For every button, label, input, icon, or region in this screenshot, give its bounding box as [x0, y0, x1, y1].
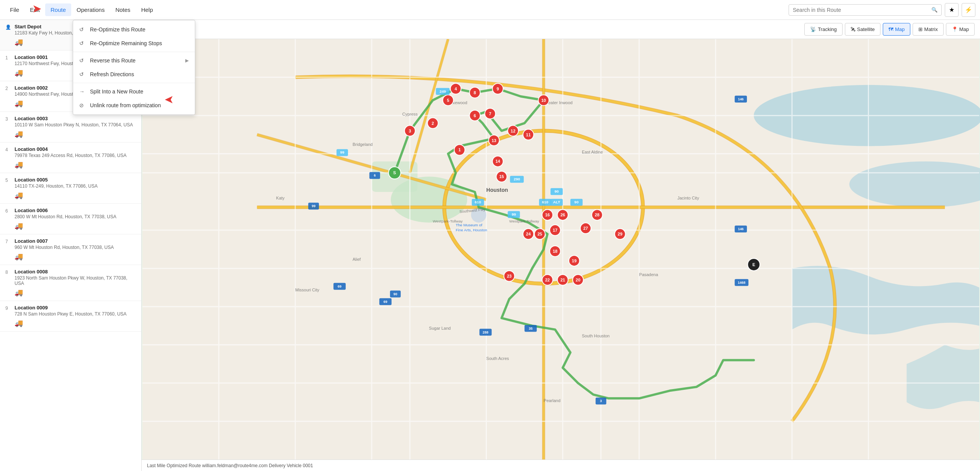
- stop-address: 79978 Texas 249 Access Rd, Houston, TX 7…: [15, 153, 136, 158]
- svg-text:22: 22: [545, 278, 550, 282]
- tab-map[interactable]: 🗺 Map: [883, 23, 910, 36]
- svg-text:13: 13: [492, 138, 496, 143]
- dropdown-reoptimize[interactable]: ↺ Re-Optimize this Route: [73, 23, 195, 36]
- truck-icon: 🚚: [15, 38, 23, 46]
- stop-name: Location 0008: [15, 269, 136, 275]
- svg-text:23: 23: [507, 274, 511, 278]
- svg-text:16: 16: [545, 213, 550, 217]
- dropdown-refresh[interactable]: ↺ Refresh Directions: [73, 67, 195, 81]
- matrix-icon: ⊞: [918, 26, 923, 32]
- split-icon: →: [79, 88, 86, 95]
- svg-text:Jacinto City: Jacinto City: [677, 196, 699, 200]
- stop-info: Location 0003 10110 W Sam Houston Pkwy N…: [15, 116, 136, 128]
- tracking-label: Tracking: [818, 26, 836, 32]
- stop-truck: 🚚: [5, 160, 136, 169]
- dropdown-split[interactable]: → Split Into a New Route: [73, 85, 195, 98]
- satellite-icon: 🛰: [851, 26, 856, 32]
- svg-text:90: 90: [394, 292, 397, 296]
- stop-item[interactable]: 8 Location 0008 1923 North Sam Houston P…: [0, 265, 141, 301]
- truck-icon: 🚚: [15, 161, 23, 168]
- map-svg: Houston Bridgeland Cypress Katy Alief Mi…: [142, 39, 980, 460]
- stop-number: 4: [5, 147, 11, 152]
- svg-text:1: 1: [458, 147, 461, 152]
- dropdown-reverse[interactable]: ↺ Reverse this Route ▶: [73, 54, 195, 67]
- stop-item[interactable]: 5 Location 0005 14110 TX-249, Houston, T…: [0, 173, 141, 204]
- stop-info: Location 0008 1923 North Sam Houston Pkw…: [15, 269, 136, 286]
- menu-edit[interactable]: Edit: [24, 3, 45, 16]
- svg-text:Katy: Katy: [276, 196, 284, 200]
- stop-name: Location 0004: [15, 146, 136, 152]
- dropdown-reoptimize-remaining-label: Re-Optimize Remaining Stops: [90, 40, 162, 46]
- svg-text:90: 90: [554, 189, 559, 193]
- map-container: Map Settings 📡 Tracking 🛰 Satellite 🗺 Ma…: [142, 20, 980, 471]
- stop-name: Location 0006: [15, 208, 136, 213]
- search-icon: 🔍: [931, 7, 938, 13]
- tab-map2[interactable]: 📍 Map: [946, 23, 975, 36]
- refresh-icon: ↺: [79, 71, 86, 77]
- stop-number: 7: [5, 239, 11, 244]
- map-background[interactable]: Houston Bridgeland Cypress Katy Alief Mi…: [142, 39, 980, 460]
- svg-text:12: 12: [511, 129, 515, 133]
- dropdown-unlink-label: Unlink route from optimization: [90, 102, 161, 108]
- dropdown-unlink[interactable]: ⊘ Unlink route from optimization: [73, 98, 195, 112]
- reoptimize-remaining-icon: ↺: [79, 40, 86, 46]
- stop-item[interactable]: 3 Location 0003 10110 W Sam Houston Pkwy…: [0, 112, 141, 142]
- tab-tracking[interactable]: 📡 Tracking: [804, 23, 842, 36]
- truck-icon: 🚚: [15, 289, 23, 296]
- stop-address: 14110 TX-249, Houston, TX 77086, USA: [15, 183, 136, 189]
- menu-operations[interactable]: Operations: [71, 3, 110, 16]
- search-input[interactable]: [793, 7, 931, 13]
- svg-text:3: 3: [409, 129, 411, 133]
- stop-name: Location 0007: [15, 238, 136, 244]
- stop-truck: 🚚: [5, 191, 136, 200]
- stop-item[interactable]: 7 Location 0007 960 W Mt Houston Rd, Hou…: [0, 234, 141, 265]
- svg-text:The Museum of: The Museum of: [456, 223, 482, 227]
- truck-icon: 🚚: [15, 191, 23, 199]
- menu-file[interactable]: File: [5, 3, 24, 16]
- stop-info: Location 0009 728 N Sam Houston Pkwy E, …: [15, 305, 136, 317]
- svg-text:11: 11: [526, 132, 531, 137]
- stop-item[interactable]: 6 Location 0006 2800 W Mt Houston Rd, Ho…: [0, 204, 141, 234]
- menu-help[interactable]: Help: [136, 3, 158, 16]
- map-tabs: 📡 Tracking 🛰 Satellite 🗺 Map ⊞ Matrix 📍: [804, 23, 975, 36]
- tab-matrix[interactable]: ⊞ Matrix: [913, 23, 943, 36]
- menu-bar: File Edit Route Operations Notes Help ➤ …: [0, 0, 980, 20]
- svg-text:6: 6: [474, 113, 476, 118]
- stop-number: 9: [5, 306, 11, 311]
- svg-text:14: 14: [495, 159, 500, 164]
- svg-text:9: 9: [497, 87, 499, 91]
- stop-info: Location 0006 2800 W Mt Houston Rd, Hous…: [15, 208, 136, 219]
- dropdown-divider-1: [73, 52, 195, 52]
- stop-name: Location 0005: [15, 177, 136, 183]
- svg-text:288: 288: [483, 330, 488, 334]
- svg-text:10: 10: [541, 98, 546, 103]
- map-icon: 🗺: [889, 26, 893, 32]
- dropdown-divider-2: [73, 83, 195, 83]
- menu-route[interactable]: Route: [45, 3, 71, 16]
- menu-notes[interactable]: Notes: [110, 3, 136, 16]
- svg-text:8: 8: [474, 90, 476, 95]
- svg-text:146: 146: [738, 97, 744, 101]
- map-toolbar: Map Settings 📡 Tracking 🛰 Satellite 🗺 Ma…: [142, 20, 980, 39]
- svg-text:18: 18: [553, 249, 557, 253]
- star-button[interactable]: ★: [945, 3, 959, 17]
- stop-item[interactable]: 9 Location 0009 728 N Sam Houston Pkwy E…: [0, 301, 141, 332]
- svg-text:20: 20: [576, 278, 580, 282]
- svg-text:99: 99: [512, 212, 516, 216]
- matrix-label: Matrix: [924, 26, 938, 32]
- dropdown-split-label: Split Into a New Route: [90, 88, 143, 95]
- reverse-icon: ↺: [79, 57, 86, 64]
- svg-text:90: 90: [574, 200, 579, 204]
- top-right-bar: 🔍 ★ ⚡: [789, 3, 975, 17]
- lightning-button[interactable]: ⚡: [962, 3, 975, 17]
- svg-text:2: 2: [432, 121, 434, 126]
- svg-text:19: 19: [572, 258, 577, 263]
- stop-number: 6: [5, 208, 11, 214]
- dropdown-reoptimize-remaining[interactable]: ↺ Re-Optimize Remaining Stops: [73, 36, 195, 50]
- tab-satellite[interactable]: 🛰 Satellite: [845, 23, 880, 36]
- stop-item[interactable]: 4 Location 0004 79978 Texas 249 Access R…: [0, 142, 141, 173]
- svg-text:29: 29: [618, 232, 622, 236]
- reoptimize-icon: ↺: [79, 26, 86, 33]
- map2-icon: 📍: [952, 26, 958, 32]
- svg-text:4: 4: [454, 87, 457, 91]
